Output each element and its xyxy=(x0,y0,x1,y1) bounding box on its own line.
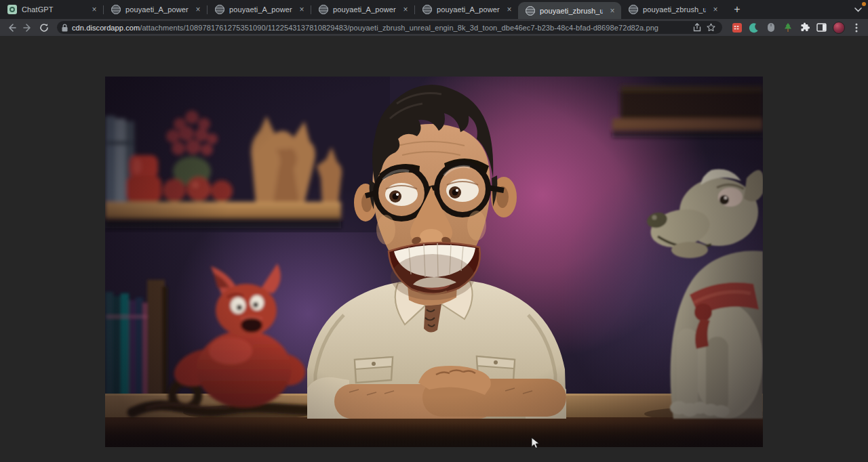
tab-close-icon[interactable]: × xyxy=(608,6,617,16)
browser-window: ChatGPT × pouyaeti_A_powerful_modern × p… xyxy=(0,0,868,462)
mouse-cursor xyxy=(531,437,540,449)
tab-discord-image-2[interactable]: pouyaeti_A_powerful_modern × xyxy=(208,0,311,19)
profile-avatar[interactable] xyxy=(833,22,845,34)
extensions-puzzle-icon[interactable] xyxy=(797,20,812,35)
tab-strip: ChatGPT × pouyaeti_A_powerful_modern × p… xyxy=(0,0,868,19)
new-tab-button[interactable]: + xyxy=(728,1,746,18)
tab-title: pouyaeti_zbrush_unreal_engin xyxy=(643,5,706,14)
globe-favicon-icon xyxy=(111,5,121,15)
page-content xyxy=(0,36,868,462)
tab-discord-image-5[interactable]: pouyaeti_zbrush_unreal_engin × xyxy=(621,0,724,19)
tab-title: pouyaeti_zbrush_unreal_engin xyxy=(540,7,603,15)
tab-discord-image-1[interactable]: pouyaeti_A_powerful_modern × xyxy=(104,0,207,19)
dark-mode-moon-extension-icon[interactable] xyxy=(746,20,762,35)
vignette xyxy=(105,77,763,447)
bookmark-star-icon[interactable] xyxy=(704,22,717,34)
share-download-icon[interactable] xyxy=(690,22,704,34)
side-panel-icon[interactable] xyxy=(814,20,829,35)
globe-favicon-icon xyxy=(422,5,432,15)
tab-discord-image-4[interactable]: pouyaeti_A_powerful_modern × xyxy=(415,0,518,19)
tab-title: pouyaeti_A_powerful_modern xyxy=(437,5,500,14)
mouse-extension-icon[interactable] xyxy=(763,20,778,35)
globe-favicon-icon xyxy=(525,5,535,16)
back-button[interactable] xyxy=(4,20,19,35)
tab-chatgpt[interactable]: ChatGPT × xyxy=(0,0,103,19)
tree-extension-icon[interactable] xyxy=(780,20,795,35)
chevron-down-icon xyxy=(854,7,862,12)
reload-button[interactable] xyxy=(37,20,52,35)
viewed-image[interactable] xyxy=(105,77,763,447)
url-text: cdn.discordapp.com/attachments/108978176… xyxy=(72,24,690,32)
url-path: /attachments/1089781761275351090/1122543… xyxy=(140,24,658,32)
tab-discord-image-3[interactable]: pouyaeti_A_powerful_modern × xyxy=(311,0,414,19)
tab-close-icon[interactable]: × xyxy=(505,5,514,14)
tab-close-icon[interactable]: × xyxy=(297,5,307,14)
tab-close-icon[interactable]: × xyxy=(90,5,99,14)
tab-close-icon[interactable]: × xyxy=(401,5,410,14)
forward-button[interactable] xyxy=(20,20,35,35)
globe-favicon-icon xyxy=(628,5,638,15)
address-bar[interactable]: cdn.discordapp.com/attachments/108978176… xyxy=(57,21,722,34)
chatgpt-favicon-icon xyxy=(7,5,17,15)
tab-title: pouyaeti_A_powerful_modern xyxy=(333,5,396,14)
globe-favicon-icon xyxy=(318,5,328,15)
tab-close-icon[interactable]: × xyxy=(193,5,203,14)
tab-close-icon[interactable]: × xyxy=(711,5,720,14)
tab-title: pouyaeti_A_powerful_modern xyxy=(229,5,292,14)
globe-favicon-icon xyxy=(214,5,224,15)
tab-search-button[interactable] xyxy=(848,1,868,18)
lock-icon xyxy=(62,24,68,32)
password-manager-extension-icon[interactable] xyxy=(729,20,745,35)
tab-title: ChatGPT xyxy=(22,5,85,14)
tab-title: pouyaeti_A_powerful_modern xyxy=(125,5,189,14)
url-domain: cdn.discordapp.com xyxy=(72,24,140,32)
notification-dot xyxy=(862,2,866,6)
tab-discord-image-active[interactable]: pouyaeti_zbrush_unreal_engin × xyxy=(518,2,621,19)
toolbar: cdn.discordapp.com/attachments/108978176… xyxy=(0,19,868,36)
menu-kebab-icon[interactable] xyxy=(848,20,864,35)
